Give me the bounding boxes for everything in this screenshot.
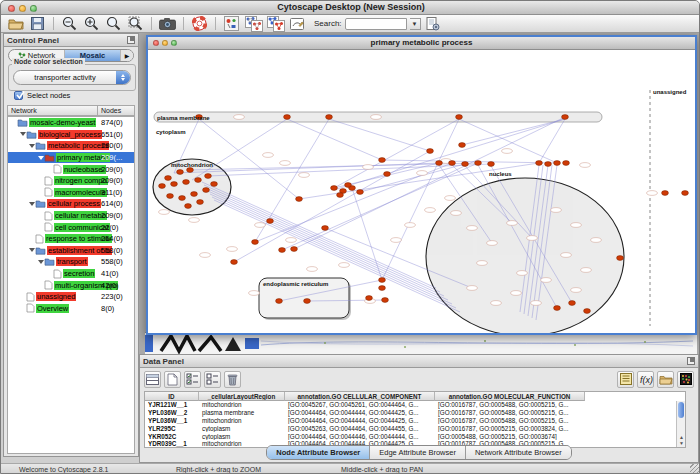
table-row[interactable]: YPL036W__2plasma membrane[GO:0044464, GO… <box>145 409 685 417</box>
network-node[interactable] <box>545 162 552 167</box>
expander-icon[interactable] <box>37 260 44 264</box>
network-edge[interactable] <box>202 182 436 288</box>
network-node[interactable] <box>562 115 569 120</box>
network-node[interactable] <box>276 299 283 304</box>
zoom-selected-icon[interactable] <box>126 16 145 32</box>
tree-item[interactable]: secretion41(0) <box>8 268 134 280</box>
network-node-small[interactable] <box>425 208 436 213</box>
network-edge[interactable] <box>462 119 565 145</box>
network-node-small[interactable] <box>445 196 456 201</box>
tree-item[interactable]: cellular metabo209(0) <box>8 210 134 222</box>
table-row[interactable]: YLR295Ccytoplasm[GO:0045263, GO:0044464,… <box>145 424 685 432</box>
tree-item[interactable]: unassigned223(0) <box>8 291 134 303</box>
attribute-select-icon[interactable] <box>144 371 161 388</box>
zoom-in-icon[interactable] <box>82 16 101 32</box>
snapshot-camera-icon[interactable] <box>158 16 177 32</box>
network-node-small[interactable] <box>234 115 245 120</box>
table-cell[interactable]: YPL036W__2 <box>145 409 199 417</box>
table-cell[interactable]: YKR052C <box>145 432 199 440</box>
network-view-window[interactable]: primary metabolic process plasma membran… <box>146 35 697 335</box>
network-node[interactable] <box>185 204 192 209</box>
table-cell[interactable]: [GO:0045263, GO:0044464, GO:0044455, G..… <box>285 424 435 432</box>
network-node-small[interactable] <box>299 173 310 178</box>
search-dropdown-icon[interactable]: ▼ <box>410 18 421 30</box>
expander-icon[interactable] <box>19 132 26 136</box>
expander-icon[interactable] <box>28 248 35 252</box>
network-node-small[interactable] <box>527 236 538 241</box>
network-node-small[interactable] <box>363 165 374 170</box>
column-header[interactable]: annotation.GO CELLULAR_COMPONENT <box>285 392 435 401</box>
network-node[interactable] <box>205 174 212 179</box>
network-node-small[interactable] <box>531 301 542 306</box>
tree-item[interactable]: nucleobase-209(0) <box>8 163 134 175</box>
attribute-unselect-all-icon[interactable] <box>204 371 221 388</box>
attribute-matrix-icon[interactable] <box>677 371 694 388</box>
network-node[interactable] <box>171 182 178 187</box>
table-cell[interactable]: YPL036W__1 <box>145 417 199 425</box>
table-cell[interactable]: cytoplasm <box>199 424 285 432</box>
network-node-small[interactable] <box>502 149 513 154</box>
network-node-small[interactable] <box>263 153 274 158</box>
network-node-small[interactable] <box>477 261 488 266</box>
tree-item[interactable]: primary metabo209(... <box>8 152 134 164</box>
network-node[interactable] <box>379 158 386 163</box>
resize-grip[interactable] <box>690 464 700 474</box>
network-node-small[interactable] <box>391 238 402 243</box>
network-node-small[interactable] <box>541 278 552 283</box>
network-node-small[interactable] <box>561 253 572 258</box>
network-edge[interactable] <box>204 185 440 292</box>
tree-item[interactable]: cellular process614(0) <box>8 198 134 210</box>
network-node[interactable] <box>459 143 466 148</box>
network-node[interactable] <box>179 196 186 201</box>
network-node-small[interactable] <box>591 238 602 243</box>
network-node[interactable] <box>183 180 190 185</box>
network-node-small[interactable] <box>511 291 522 296</box>
tab-overflow-arrow[interactable]: ▶ <box>121 50 133 61</box>
network-node-small[interactable] <box>517 271 528 276</box>
tree-item[interactable]: macromolecule311(0) <box>8 187 134 199</box>
tree-item[interactable]: establishment of lo558(0) <box>8 245 134 257</box>
network-node[interactable] <box>584 309 591 314</box>
column-header[interactable]: _cellularLayoutRegion <box>199 392 285 401</box>
network-node[interactable] <box>536 161 543 166</box>
network-edge[interactable] <box>382 160 557 163</box>
expander-icon[interactable] <box>28 144 35 148</box>
tab-edge-attribute-browser[interactable]: Edge Attribute Browser <box>370 446 466 459</box>
search-input[interactable] <box>345 18 407 30</box>
network-node-small[interactable] <box>339 263 350 268</box>
expander-icon[interactable] <box>28 202 35 206</box>
table-cell[interactable]: [GO:0044464, GO:0044446, GO:0044444, G..… <box>285 432 435 440</box>
network-node-small[interactable] <box>371 115 382 120</box>
new-network-selected-nodes-icon[interactable] <box>244 16 263 32</box>
table-cell[interactable]: [GO:0016787, GO:0005488, GO:0005215, G..… <box>435 417 585 425</box>
table-cell[interactable]: [GO:0044464, GO:0044444, GO:0044425, G..… <box>285 417 435 425</box>
column-header[interactable]: annotation.GO MOLECULAR_FUNCTION <box>435 392 585 401</box>
network-node-small[interactable] <box>249 291 260 296</box>
network-node-small[interactable] <box>451 211 462 216</box>
network-node-small[interactable] <box>581 268 592 273</box>
network-node[interactable] <box>203 188 210 193</box>
table-vertical-scrollbar[interactable]: ▲▼ <box>676 401 685 447</box>
network-node[interactable] <box>384 172 391 177</box>
network-node-small[interactable] <box>467 226 478 231</box>
column-header[interactable]: ID <box>145 392 199 401</box>
network-node-small[interactable] <box>467 286 478 291</box>
network-node[interactable] <box>211 182 218 187</box>
table-cell[interactable]: [GO:0045267, GO:0045261, GO:0044464, G..… <box>285 401 435 409</box>
network-node[interactable] <box>267 219 274 224</box>
network-node[interactable] <box>379 286 386 291</box>
network-node[interactable] <box>366 296 373 301</box>
network-node-small[interactable] <box>286 238 297 243</box>
column-header-nodes[interactable]: Nodes <box>98 105 135 116</box>
network-node-small[interactable] <box>255 223 266 228</box>
network-edge[interactable] <box>329 119 430 151</box>
network-edge[interactable] <box>287 119 382 160</box>
network-node[interactable] <box>191 192 198 197</box>
attribute-create-icon[interactable] <box>164 371 181 388</box>
network-node[interactable] <box>322 226 329 231</box>
network-node[interactable] <box>682 191 689 196</box>
network-edge[interactable] <box>352 188 382 280</box>
network-node[interactable] <box>296 197 303 202</box>
network-node-small[interactable] <box>227 247 238 252</box>
import-attributes-icon[interactable] <box>657 371 674 388</box>
